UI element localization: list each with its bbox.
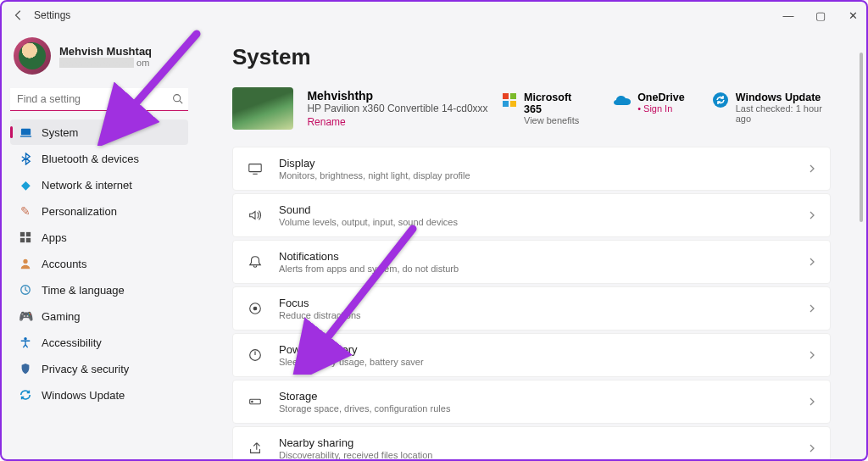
- arrow-left-icon: [13, 9, 25, 21]
- sidebar-item-privacy-security[interactable]: Privacy & security: [10, 356, 188, 381]
- bluetooth-icon: [19, 152, 32, 165]
- storage-icon: [247, 393, 264, 410]
- row-sub: Volume levels, output, input, sound devi…: [279, 217, 793, 227]
- sidebar-item-windows-update[interactable]: Windows Update: [10, 382, 188, 408]
- row-title: Notifications: [279, 250, 793, 263]
- sidebar-nav: SystemBluetooth & devices◆Network & inte…: [10, 119, 188, 408]
- sidebar-item-time-language[interactable]: Time & language: [10, 277, 188, 303]
- chevron-right-icon: [808, 441, 816, 456]
- sound-icon: [247, 207, 264, 224]
- svg-point-14: [713, 92, 728, 108]
- row-sub: Sleep, battery usage, battery saver: [279, 357, 793, 367]
- row-sub: Reduce distractions: [279, 310, 793, 320]
- svg-rect-4: [26, 232, 31, 236]
- row-notifications[interactable]: NotificationsAlerts from apps and system…: [232, 240, 831, 284]
- promo-onedrive[interactable]: OneDrive• Sign In: [614, 92, 685, 125]
- chevron-right-icon: [808, 301, 816, 316]
- promo-sub[interactable]: • Sign In: [637, 103, 685, 114]
- onedrive-icon: [614, 92, 631, 108]
- power-icon: [247, 347, 264, 364]
- svg-rect-1: [20, 128, 30, 135]
- sidebar-item-apps[interactable]: Apps: [10, 225, 188, 250]
- promo-sub: Last checked: 1 hour ago: [736, 103, 831, 124]
- shield-icon: [19, 362, 32, 375]
- svg-rect-2: [19, 136, 31, 136]
- sidebar-item-system[interactable]: System: [10, 119, 188, 145]
- page-title: System: [232, 44, 831, 70]
- app-title: Settings: [34, 9, 70, 21]
- sidebar-item-bluetooth-devices[interactable]: Bluetooth & devices: [10, 146, 188, 171]
- focus-icon: [247, 300, 264, 317]
- row-storage[interactable]: StorageStorage space, drives, configurat…: [232, 380, 831, 424]
- settings-list: DisplayMonitors, brightness, night light…: [232, 147, 831, 459]
- accessibility-icon: [19, 336, 32, 349]
- sidebar-item-label: System: [42, 126, 78, 139]
- svg-rect-6: [26, 238, 31, 242]
- settings-window: Settings — ▢ ✕ Mehvish Mushtaq xxxxxxxxx…: [0, 0, 868, 461]
- display-icon: [247, 160, 264, 177]
- gamepad-icon: 🎮: [19, 309, 32, 323]
- sidebar-item-label: Accounts: [42, 258, 86, 270]
- svg-rect-13: [510, 101, 516, 107]
- svg-point-7: [23, 259, 27, 264]
- wifi-icon: ◆: [19, 178, 32, 192]
- row-power-battery[interactable]: Power & batterySleep, battery usage, bat…: [232, 333, 831, 377]
- promo-microsoft-[interactable]: Microsoft 365View benefits: [502, 92, 587, 125]
- sidebar-item-personalization[interactable]: ✎Personalization: [10, 198, 188, 224]
- update-badge-icon: [712, 92, 729, 108]
- device-name: Mehvishthp: [307, 89, 487, 103]
- laptop-icon: [19, 125, 32, 139]
- chevron-right-icon: [808, 394, 816, 409]
- apps-icon: [19, 230, 32, 244]
- svg-rect-3: [20, 232, 25, 236]
- svg-rect-11: [510, 93, 516, 99]
- row-sound[interactable]: SoundVolume levels, output, input, sound…: [232, 193, 831, 237]
- sidebar-item-gaming[interactable]: 🎮Gaming: [10, 303, 188, 329]
- row-title: Focus: [279, 297, 793, 309]
- main-content: System Mehvishthp HP Pavilion x360 Conve…: [197, 29, 866, 459]
- chevron-right-icon: [808, 208, 816, 223]
- row-sub: Discoverability, received files location: [279, 450, 793, 459]
- person-icon: [19, 257, 32, 270]
- row-nearby-sharing[interactable]: Nearby sharingDiscoverability, received …: [232, 426, 831, 459]
- sidebar-item-label: Time & language: [42, 284, 125, 297]
- share-icon: [247, 440, 264, 457]
- minimize-button[interactable]: —: [780, 7, 797, 24]
- row-display[interactable]: DisplayMonitors, brightness, night light…: [232, 147, 831, 191]
- profile-block[interactable]: Mehvish Mushtaq xxxxxxxxxxxxxxxx om: [10, 32, 188, 83]
- close-button[interactable]: ✕: [844, 7, 861, 24]
- sidebar-item-label: Accessibility: [42, 336, 102, 349]
- row-title: Sound: [279, 203, 793, 216]
- row-title: Display: [279, 157, 793, 169]
- back-button[interactable]: [8, 5, 29, 25]
- bell-icon: [247, 253, 264, 270]
- brush-icon: ✎: [19, 204, 32, 218]
- svg-point-0: [174, 95, 181, 102]
- device-row: Mehvishthp HP Pavilion x360 Convertible …: [232, 87, 831, 130]
- svg-rect-15: [249, 164, 261, 172]
- sidebar-item-accounts[interactable]: Accounts: [10, 251, 188, 276]
- maximize-button[interactable]: ▢: [812, 7, 829, 24]
- svg-point-20: [252, 401, 253, 402]
- row-title: Nearby sharing: [279, 436, 793, 449]
- row-title: Power & battery: [279, 343, 793, 356]
- avatar: [14, 37, 51, 75]
- sidebar-item-network-internet[interactable]: ◆Network & internet: [10, 172, 188, 197]
- search-icon: [172, 92, 183, 108]
- scrollbar[interactable]: [860, 53, 863, 222]
- sidebar-item-accessibility[interactable]: Accessibility: [10, 330, 188, 355]
- row-title: Storage: [279, 390, 793, 403]
- chevron-right-icon: [808, 161, 816, 176]
- row-focus[interactable]: FocusReduce distractions: [232, 286, 831, 330]
- svg-point-9: [24, 337, 27, 341]
- rename-link[interactable]: Rename: [307, 116, 487, 128]
- promo-title: OneDrive: [637, 92, 685, 103]
- row-sub: Storage space, drives, configuration rul…: [279, 403, 793, 414]
- search-box[interactable]: [10, 88, 188, 111]
- chevron-right-icon: [808, 347, 816, 363]
- promo-windows-update[interactable]: Windows UpdateLast checked: 1 hour ago: [712, 92, 831, 125]
- device-model: HP Pavilion x360 Convertible 14-cd0xxx: [307, 103, 487, 114]
- row-sub: Alerts from apps and system, do not dist…: [279, 264, 793, 274]
- search-input[interactable]: [10, 88, 188, 111]
- sidebar-item-label: Windows Update: [42, 389, 125, 402]
